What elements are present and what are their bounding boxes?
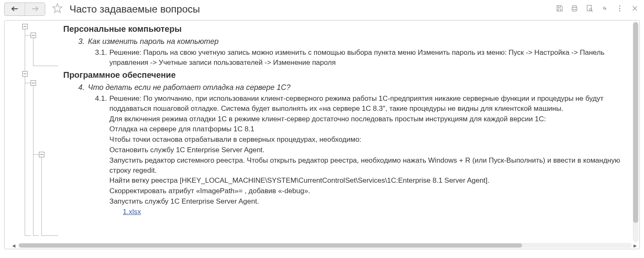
scrollbar-thumb[interactable] bbox=[633, 22, 638, 223]
scrollbar-thumb[interactable] bbox=[19, 243, 522, 248]
answer-number: 4.1. bbox=[95, 94, 107, 217]
page-title: Часто задаваемые вопросы bbox=[70, 3, 200, 15]
section-title: Персональные компьютеры bbox=[63, 23, 632, 35]
favorite-button[interactable] bbox=[51, 3, 64, 15]
vertical-scrollbar[interactable] bbox=[633, 21, 639, 242]
close-button[interactable] bbox=[630, 4, 640, 14]
forward-button[interactable] bbox=[25, 3, 45, 15]
svg-point-4 bbox=[619, 10, 621, 11]
arrow-right-icon bbox=[31, 6, 39, 13]
tree-collapse-node[interactable] bbox=[31, 33, 36, 38]
star-icon bbox=[52, 3, 63, 16]
link-icon bbox=[600, 4, 609, 14]
answer: 4.1. Решение: По умолчанию, при использо… bbox=[95, 94, 632, 217]
nav-buttons bbox=[4, 3, 45, 16]
scroll-left-icon[interactable]: ◀ bbox=[11, 243, 16, 248]
close-icon bbox=[631, 4, 639, 14]
more-button[interactable] bbox=[615, 4, 625, 14]
question-number: 3. bbox=[78, 36, 85, 47]
print-button[interactable] bbox=[569, 4, 580, 14]
answer-number: 3.1. bbox=[95, 48, 107, 68]
save-button[interactable] bbox=[554, 4, 564, 14]
tree-collapse-node[interactable] bbox=[39, 152, 44, 157]
toolbar: Часто задаваемые вопросы bbox=[0, 0, 644, 18]
tree-gutter bbox=[5, 20, 63, 243]
preview-button[interactable] bbox=[585, 4, 595, 14]
attachment-link[interactable]: 1.xlsx bbox=[123, 207, 141, 217]
answer-text: Решение: По умолчанию, при использовании… bbox=[109, 94, 632, 217]
scroll-right-icon[interactable]: ▶ bbox=[633, 243, 638, 248]
tree-collapse-node[interactable] bbox=[22, 71, 28, 77]
printer-icon bbox=[570, 4, 579, 14]
tree-collapse-node[interactable] bbox=[22, 24, 28, 29]
section-title: Программное обеспечение bbox=[63, 69, 632, 81]
svg-point-3 bbox=[619, 8, 621, 9]
question-text: Как изменить пароль на компьютер bbox=[88, 36, 219, 47]
arrow-left-icon bbox=[11, 6, 18, 13]
question: 3. Как изменить пароль на компьютер bbox=[78, 36, 632, 47]
question-text: Что делать если не работает отладка на с… bbox=[88, 82, 291, 93]
faq-body: Персональные компьютеры 3. Как изменить … bbox=[63, 20, 632, 243]
answer: 3.1. Решение: Пароль на свою учетную зап… bbox=[95, 48, 632, 68]
content-panel: Персональные компьютеры 3. Как изменить … bbox=[4, 20, 640, 249]
toolbar-right bbox=[554, 4, 640, 14]
tree-collapse-node[interactable] bbox=[31, 80, 36, 86]
floppy-icon bbox=[555, 4, 564, 14]
page-search-icon bbox=[585, 4, 594, 14]
dots-vertical-icon bbox=[616, 4, 624, 14]
link-button[interactable] bbox=[600, 4, 610, 14]
question: 4. Что делать если не работает отладка н… bbox=[78, 82, 632, 93]
answer-text: Решение: Пароль на свою учетную запись м… bbox=[109, 48, 632, 68]
back-button[interactable] bbox=[5, 3, 25, 15]
question-number: 4. bbox=[78, 82, 85, 93]
horizontal-scrollbar[interactable] bbox=[18, 243, 632, 248]
svg-point-2 bbox=[619, 5, 621, 7]
